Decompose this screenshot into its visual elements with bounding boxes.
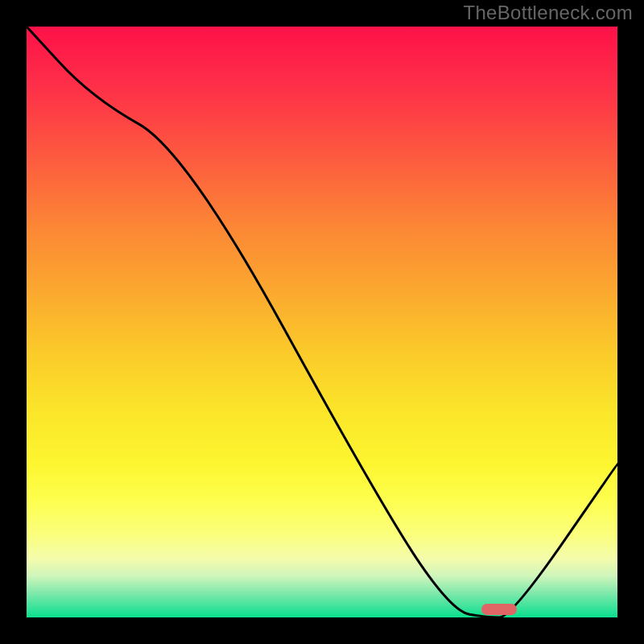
watermark-text: TheBottleneck.com (463, 2, 633, 24)
chart-frame: TheBottleneck.com (0, 0, 644, 644)
optimal-marker (481, 604, 517, 615)
bottleneck-curve (27, 27, 617, 617)
curve-path (27, 27, 617, 617)
plot-area (27, 27, 617, 617)
